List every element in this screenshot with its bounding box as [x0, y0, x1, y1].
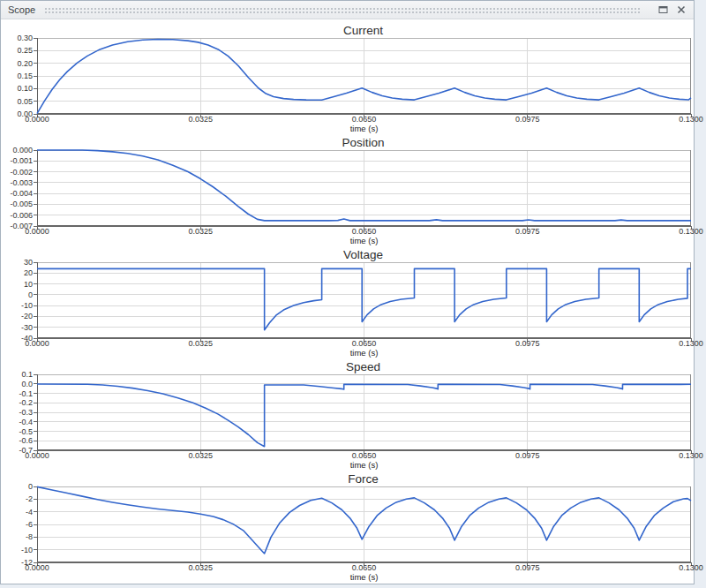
plot-area: 3020100-10-20-30-40: [2, 262, 694, 338]
x-tick-label: 0.0975: [501, 115, 554, 124]
y-tick-label: -0.006: [2, 211, 33, 220]
plot-current: Current0.300.250.200.150.100.050.000.000…: [1, 21, 694, 133]
x-tick-label: 0.0325: [174, 227, 227, 236]
x-tick-row: 0.00000.03250.06500.09750.1300: [2, 450, 694, 460]
x-tick-label: 0.0000: [11, 563, 64, 572]
y-tick-label: -0.4: [2, 418, 33, 426]
x-tick-row: 0.00000.03250.06500.09750.1300: [2, 114, 694, 124]
y-tick-label: -0.6: [2, 436, 33, 445]
x-tick-label: 0.0325: [174, 115, 227, 124]
x-tick-label: 0.0000: [11, 115, 64, 124]
x-tick-label: 0.0000: [11, 451, 64, 460]
x-axis-label: time (s): [37, 124, 691, 133]
y-tick-label: -8: [2, 532, 33, 541]
y-tick-label: 0.10: [2, 84, 33, 93]
x-tick-label: 0.0650: [338, 563, 391, 572]
y-tick-label: 10: [2, 280, 33, 289]
plot-title: Voltage: [36, 245, 690, 262]
x-axis-label: time (s): [37, 572, 691, 582]
y-tick-label: 0.000: [2, 146, 33, 155]
x-tick-label: 0.0975: [501, 339, 554, 348]
plots-container: Current0.300.250.200.150.100.050.000.000…: [1, 19, 694, 582]
title-bar[interactable]: Scope: [1, 1, 694, 19]
plot-canvas[interactable]: [37, 38, 691, 114]
plot-title: Current: [36, 21, 690, 38]
y-tick-label: -4: [2, 508, 33, 516]
x-tick-label: 0.0000: [11, 227, 64, 236]
plot-force: Force0-2-4-6-8-10-120.00000.03250.06500.…: [1, 470, 694, 582]
x-tick-row: 0.00000.03250.06500.09750.1300: [2, 226, 694, 236]
plot-canvas[interactable]: [37, 262, 691, 338]
y-tick-label: -20: [2, 312, 33, 320]
y-tick-label: 0.1: [2, 370, 33, 379]
y-tick-label: -2: [2, 494, 33, 503]
y-tick-label: 0: [2, 482, 33, 491]
plot-area: 0.10.0-0.1-0.2-0.3-0.4-0.5-0.6-0.7: [2, 374, 694, 450]
x-tick-label: 0.0650: [338, 115, 391, 124]
plot-canvas[interactable]: [37, 486, 691, 562]
x-axis-label: time (s): [37, 460, 691, 470]
y-tick-label: -0.5: [2, 427, 33, 436]
plot-voltage: Voltage3020100-10-20-30-400.00000.03250.…: [1, 245, 694, 358]
y-tick-label: -0.005: [2, 200, 33, 208]
drag-handle[interactable]: [44, 6, 641, 13]
y-tick-label: 0.20: [2, 59, 33, 68]
y-tick-label: 0.05: [2, 97, 33, 106]
y-tick-label: -6: [2, 520, 33, 529]
x-axis-label: time (s): [37, 236, 691, 245]
maximize-button[interactable]: [656, 4, 670, 16]
y-tick-label: 0.0: [2, 380, 33, 388]
y-tick-label: -0.004: [2, 189, 33, 198]
x-tick-label: 0.1300: [665, 563, 706, 572]
plot-area: 0.000-0.001-0.002-0.003-0.004-0.005-0.00…: [2, 150, 694, 226]
plot-canvas[interactable]: [37, 374, 691, 450]
x-tick-label: 0.0650: [338, 227, 391, 236]
y-tick-label: -0.002: [2, 168, 33, 177]
x-tick-label: 0.0975: [501, 563, 554, 572]
x-tick-label: 0.1300: [665, 115, 706, 124]
y-tick-label: -0.001: [2, 156, 33, 165]
plot-title: Position: [36, 133, 690, 150]
y-tick-label: 0.25: [2, 46, 33, 55]
y-tick-label: 0.30: [2, 34, 33, 42]
y-tick-label: -0.1: [2, 389, 33, 398]
x-tick-label: 0.0975: [501, 451, 554, 460]
x-tick-label: 0.0325: [174, 451, 227, 460]
x-tick-label: 0.0325: [174, 563, 227, 572]
plot-canvas[interactable]: [37, 150, 691, 226]
x-tick-label: 0.1300: [665, 451, 706, 460]
x-tick-label: 0.0000: [11, 339, 64, 348]
x-tick-label: 0.0975: [501, 227, 554, 236]
x-axis-label: time (s): [37, 348, 691, 358]
plot-title: Force: [36, 470, 690, 486]
y-tick-label: -30: [2, 323, 33, 332]
x-tick-label: 0.0325: [174, 339, 227, 348]
y-tick-label: 0.15: [2, 72, 33, 80]
scope-window: Scope Current0.300.250.200.150.100.050.0…: [0, 0, 695, 584]
close-button[interactable]: [674, 4, 688, 16]
window-title: Scope: [8, 4, 35, 15]
y-tick-label: 0: [2, 290, 33, 299]
x-tick-label: 0.1300: [665, 227, 706, 236]
y-tick-label: -0.3: [2, 408, 33, 417]
close-icon: [677, 5, 686, 14]
x-tick-row: 0.00000.03250.06500.09750.1300: [2, 562, 694, 572]
plot-area: 0.300.250.200.150.100.050.00: [2, 38, 694, 114]
x-tick-label: 0.0650: [338, 451, 391, 460]
plot-title: Speed: [36, 358, 690, 374]
x-tick-label: 0.1300: [665, 339, 706, 348]
maximize-icon: [658, 5, 668, 14]
y-tick-label: 30: [2, 258, 33, 267]
y-tick-label: -10: [2, 546, 33, 554]
plot-area: 0-2-4-6-8-10-12: [2, 486, 694, 562]
y-tick-label: -10: [2, 301, 33, 310]
y-tick-label: -0.2: [2, 398, 33, 407]
plot-speed: Speed0.10.0-0.1-0.2-0.3-0.4-0.5-0.6-0.70…: [1, 358, 694, 470]
y-tick-label: -0.003: [2, 178, 33, 187]
x-tick-row: 0.00000.03250.06500.09750.1300: [2, 338, 694, 348]
y-tick-label: 20: [2, 268, 33, 277]
plot-position: Position0.000-0.001-0.002-0.003-0.004-0.…: [1, 133, 694, 245]
x-tick-label: 0.0650: [338, 339, 391, 348]
